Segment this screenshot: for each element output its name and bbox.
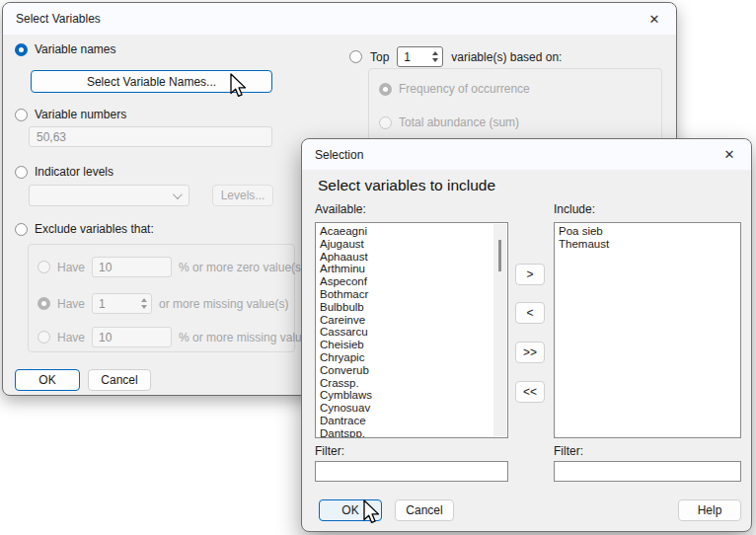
list-item[interactable]: Converub — [320, 364, 507, 377]
exclude-variables-radio[interactable] — [15, 223, 28, 236]
top-n-option: Top 1 variable(s) based on: — [349, 46, 562, 67]
missing-percent-suffix: % or more missing values — [179, 331, 314, 344]
list-item[interactable]: Poa sieb — [559, 225, 740, 238]
missing-count-option: Have 1 or more missing value(s) — [38, 293, 288, 314]
zero-values-suffix: % or more zero value(s) — [179, 261, 305, 274]
exclude-options-group: Have 10 % or more zero value(s) Have 1 o… — [28, 244, 295, 352]
levels-button: Levels... — [212, 185, 273, 206]
include-listbox[interactable]: Poa siebThemaust — [554, 222, 741, 438]
list-item[interactable]: Cynosuav — [320, 402, 507, 415]
top-n-spinner[interactable]: 1 — [397, 46, 443, 67]
include-label: Include: — [554, 202, 595, 216]
spinner-arrows-icon[interactable] — [432, 51, 438, 62]
select-variables-titlebar: Select Variables ✕ — [3, 3, 676, 35]
variable-names-label: Variable names — [35, 42, 116, 56]
indicator-levels-label: Indicator levels — [35, 165, 113, 179]
variable-names-option: Variable names — [15, 42, 116, 56]
available-filter-label: Filter: — [315, 444, 344, 458]
list-item[interactable]: Crassp. — [320, 377, 507, 390]
list-item[interactable]: Themaust — [559, 238, 740, 251]
include-filter-input[interactable] — [554, 461, 741, 482]
missing-count-prefix: Have — [57, 297, 85, 311]
available-label: Available: — [315, 202, 366, 216]
selection-titlebar: Selection ✕ — [302, 139, 751, 170]
list-item[interactable]: Acaeagni — [320, 225, 507, 238]
variable-numbers-field: 50,63 — [29, 126, 272, 147]
close-icon[interactable]: ✕ — [645, 10, 663, 28]
total-abundance-option: Total abundance (sum) — [379, 115, 519, 129]
missing-percent-option: Have 10 % or more missing values — [38, 327, 314, 347]
list-item[interactable]: Chryapic — [320, 351, 507, 364]
variable-numbers-radio[interactable] — [15, 109, 28, 121]
zero-values-field: 10 — [92, 257, 172, 277]
close-icon[interactable]: ✕ — [720, 146, 738, 164]
total-abundance-radio — [379, 116, 392, 129]
indicator-levels-option: Indicator levels — [15, 165, 113, 179]
scrollbar-thumb[interactable] — [498, 240, 501, 271]
list-item[interactable]: Cassarcu — [320, 326, 507, 339]
missing-count-radio — [38, 297, 50, 310]
missing-percent-prefix: Have — [57, 331, 85, 344]
select-variables-title: Select Variables — [16, 12, 101, 26]
total-abundance-label: Total abundance (sum) — [399, 115, 519, 129]
selection-heading: Select variables to include — [318, 177, 495, 194]
exclude-variables-option: Exclude variables that: — [15, 222, 154, 236]
list-item[interactable]: Cymblaws — [320, 389, 507, 402]
selection-title: Selection — [315, 148, 363, 162]
exclude-variables-label: Exclude variables that: — [35, 222, 154, 236]
top-n-value: 1 — [404, 50, 411, 64]
variable-names-radio[interactable] — [15, 43, 28, 56]
missing-count-spinner: 1 — [92, 293, 152, 314]
top-n-radio[interactable] — [349, 50, 362, 63]
ok-button[interactable]: OK — [15, 369, 80, 391]
mouse-cursor-icon — [362, 499, 382, 526]
selection-dialog: Selection ✕ Select variables to include … — [301, 138, 752, 532]
chevron-down-icon — [173, 190, 183, 199]
top-n-suffix: variable(s) based on: — [451, 50, 562, 64]
indicator-levels-radio[interactable] — [15, 166, 28, 179]
missing-percent-radio — [38, 331, 50, 344]
list-item[interactable]: Bulbbulb — [320, 301, 507, 314]
available-listbox[interactable]: AcaeagniAjugaustAphaaustArthminuAspeconf… — [315, 222, 508, 438]
top-n-label: Top — [370, 50, 389, 64]
frequency-label: Frequency of occurrence — [399, 82, 530, 96]
list-item[interactable]: Aspeconf — [320, 275, 507, 288]
include-filter-label: Filter: — [554, 444, 583, 458]
move-right-button[interactable]: > — [515, 264, 545, 285]
move-left-button[interactable]: < — [515, 302, 545, 324]
list-item[interactable]: Careinve — [320, 314, 507, 327]
zero-values-radio — [38, 261, 50, 273]
list-item[interactable]: Dantrace — [320, 415, 507, 427]
frequency-radio — [379, 83, 392, 96]
list-item[interactable]: Arthminu — [320, 263, 507, 275]
move-all-right-button[interactable]: >> — [515, 342, 545, 363]
include-items: Poa siebThemaust — [559, 225, 740, 251]
zero-values-prefix: Have — [57, 261, 85, 274]
list-item[interactable]: Aphaaust — [320, 251, 507, 264]
list-item[interactable]: Dantspp. — [320, 427, 507, 438]
list-item[interactable]: Cheisieb — [320, 339, 507, 351]
indicator-levels-combobox — [29, 185, 189, 206]
missing-count-value: 1 — [99, 297, 106, 311]
cancel-button[interactable]: Cancel — [88, 369, 151, 391]
missing-percent-field: 10 — [92, 327, 172, 347]
available-items: AcaeagniAjugaustAphaaustArthminuAspeconf… — [320, 225, 507, 438]
variable-numbers-option: Variable numbers — [15, 108, 126, 121]
cancel-button[interactable]: Cancel — [395, 499, 454, 521]
mouse-cursor-icon — [229, 73, 249, 100]
missing-count-suffix: or more missing value(s) — [159, 297, 288, 311]
available-filter-input[interactable] — [315, 461, 508, 482]
zero-values-option: Have 10 % or more zero value(s) — [38, 257, 305, 277]
frequency-option: Frequency of occurrence — [379, 82, 530, 96]
move-all-left-button[interactable]: << — [515, 381, 545, 403]
scrollbar[interactable] — [493, 224, 506, 436]
list-item[interactable]: Bothmacr — [320, 288, 507, 301]
help-button[interactable]: Help — [678, 499, 741, 521]
variable-numbers-label: Variable numbers — [35, 108, 126, 121]
list-item[interactable]: Ajugaust — [320, 238, 507, 251]
spinner-arrows-icon — [141, 298, 147, 309]
